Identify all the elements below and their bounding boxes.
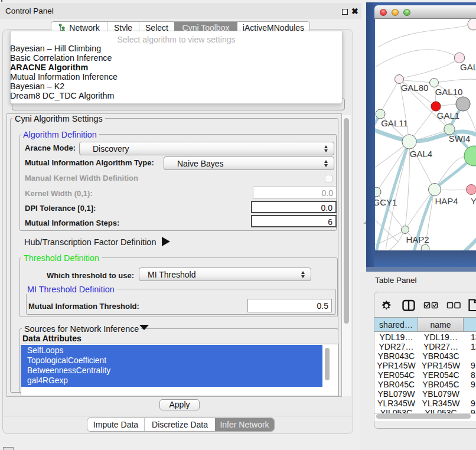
svg-text:HAP2: HAP2 [406, 234, 429, 244]
svg-text:GAL4: GAL4 [410, 149, 432, 159]
svg-text:GAL11: GAL11 [381, 118, 408, 128]
svg-text:GCY1: GCY1 [375, 197, 397, 207]
svg-text:SWI4: SWI4 [449, 133, 471, 144]
svg-text:GAL80: GAL80 [401, 83, 429, 93]
svg-text:GAL1: GAL1 [437, 110, 459, 120]
svg-text:HAP4: HAP4 [435, 196, 458, 206]
svg-text:YM: YM [471, 196, 476, 206]
svg-text:GAL7: GAL7 [460, 62, 476, 72]
svg-text:GAL10: GAL10 [435, 87, 463, 97]
